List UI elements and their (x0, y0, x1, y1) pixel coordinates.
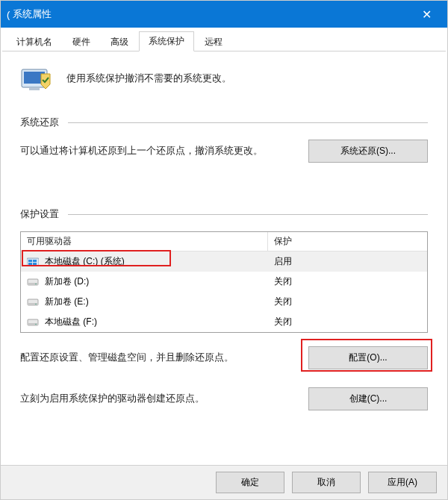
apply-button[interactable]: 应用(A) (368, 472, 437, 493)
drive-name-cell: 新加卷 (D:) (21, 274, 268, 290)
svg-rect-7 (33, 263, 37, 265)
col-protection: 保护 (268, 232, 427, 251)
drives-header: 可用驱动器 保护 (21, 232, 427, 251)
dialog-footer: 确定 取消 应用(A) (1, 465, 447, 499)
tab-remote[interactable]: 远程 (195, 32, 232, 51)
section-restore-header: 系统还原 (20, 116, 428, 129)
drive-name: 本地磁盘 (C:) (系统) (45, 255, 125, 268)
drive-protection-status: 关闭 (268, 274, 427, 290)
system-properties-window: ( 系统属性 ✕ 计算机名 硬件 高级 系统保护 远程 使用系统保护撤消不需要的… (0, 0, 448, 500)
svg-rect-9 (28, 283, 38, 285)
svg-rect-5 (33, 260, 37, 262)
drive-row[interactable]: 本地磁盘 (C:) (系统)启用 (21, 251, 427, 272)
restore-description: 可以通过将计算机还原到上一个还原点，撤消系统更改。 (20, 143, 308, 159)
create-restore-point-button[interactable]: 创建(C)... (308, 387, 428, 410)
drive-protection-status: 启用 (268, 254, 427, 269)
window-title: 系统属性 (13, 7, 52, 21)
drives-body: 本地磁盘 (C:) (系统)启用新加卷 (D:)关闭新加卷 (E:)关闭本地磁盘… (21, 251, 427, 332)
system-protection-icon (20, 63, 53, 93)
section-protect-header: 保护设置 (20, 207, 428, 221)
header-row: 使用系统保护撤消不需要的系统更改。 (20, 63, 428, 93)
svg-point-13 (35, 303, 37, 304)
section-protect-title: 保护设置 (20, 207, 59, 221)
col-available-drives: 可用驱动器 (21, 232, 268, 251)
drive-name-cell: 本地磁盘 (F:) (21, 314, 268, 330)
tab-computer-name[interactable]: 计算机名 (7, 32, 62, 51)
drive-name-cell: 新加卷 (E:) (21, 294, 268, 310)
configure-row: 配置还原设置、管理磁盘空间，并且删除还原点。 配置(O)... (20, 346, 428, 369)
close-icon: ✕ (422, 7, 432, 22)
drive-name: 新加卷 (D:) (45, 275, 89, 288)
tab-system-protection[interactable]: 系统保护 (139, 31, 194, 51)
tab-hardware[interactable]: 硬件 (63, 32, 100, 51)
configure-button[interactable]: 配置(O)... (308, 346, 428, 369)
svg-rect-4 (28, 260, 32, 262)
drive-row[interactable]: 本地磁盘 (F:)关闭 (21, 312, 427, 332)
tab-content: 使用系统保护撤消不需要的系统更改。 系统还原 可以通过将计算机还原到上一个还原点… (1, 51, 447, 465)
drives-listbox[interactable]: 可用驱动器 保护 本地磁盘 (C:) (系统)启用新加卷 (D:)关闭新加卷 (… (20, 231, 428, 333)
svg-rect-2 (29, 88, 40, 90)
create-description: 立刻为启用系统保护的驱动器创建还原点。 (20, 390, 308, 407)
cancel-button[interactable]: 取消 (292, 472, 361, 493)
svg-point-16 (35, 323, 37, 325)
svg-point-10 (35, 283, 37, 284)
divider (68, 122, 428, 123)
hdd-icon (27, 297, 39, 307)
drive-protection-status: 关闭 (268, 294, 427, 310)
configure-description: 配置还原设置、管理磁盘空间，并且删除还原点。 (20, 349, 308, 366)
close-button[interactable]: ✕ (411, 1, 441, 28)
svg-rect-6 (28, 263, 32, 265)
hdd-icon (27, 317, 39, 328)
ok-button[interactable]: 确定 (216, 472, 284, 493)
tab-advanced[interactable]: 高级 (101, 32, 138, 51)
titlebar: ( 系统属性 ✕ (1, 1, 447, 28)
title-prefix: ( (7, 9, 10, 20)
drive-name-cell: 本地磁盘 (C:) (系统) (21, 254, 268, 269)
svg-rect-15 (28, 323, 38, 325)
drive-name: 新加卷 (E:) (45, 296, 89, 308)
header-text: 使用系统保护撤消不需要的系统更改。 (66, 72, 231, 85)
drive-row[interactable]: 新加卷 (E:)关闭 (21, 292, 427, 312)
svg-rect-12 (28, 303, 38, 305)
drive-row[interactable]: 新加卷 (D:)关闭 (21, 272, 427, 292)
hdd-icon (27, 277, 39, 287)
restore-row: 可以通过将计算机还原到上一个还原点，撤消系统更改。 系统还原(S)... (20, 140, 428, 163)
tabbar: 计算机名 硬件 高级 系统保护 远程 (2, 29, 446, 51)
create-row: 立刻为启用系统保护的驱动器创建还原点。 创建(C)... (20, 387, 428, 410)
system-restore-button[interactable]: 系统还原(S)... (308, 140, 428, 163)
section-restore-title: 系统还原 (20, 116, 59, 129)
drive-protection-status: 关闭 (268, 314, 427, 330)
windows-drive-icon (27, 257, 39, 267)
divider (68, 214, 428, 215)
drive-name: 本地磁盘 (F:) (45, 316, 97, 328)
